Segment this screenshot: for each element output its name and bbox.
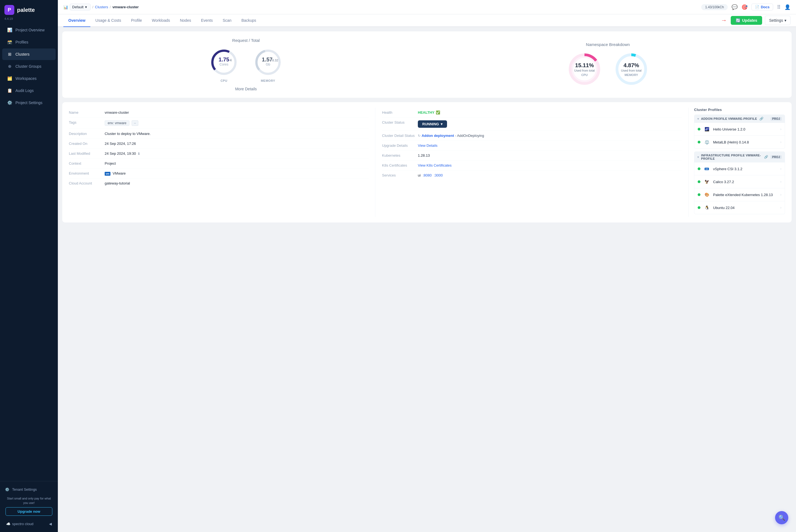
tenant-settings-item[interactable]: ⚙️ Tenant Settings: [2, 484, 56, 494]
tab-events[interactable]: Events: [196, 14, 218, 27]
chat-bubble[interactable]: 🔍: [775, 511, 788, 524]
sidebar-item-audit-logs[interactable]: 📋 Audit Logs: [2, 85, 56, 96]
collapse-icon[interactable]: ◀: [49, 522, 52, 526]
docs-button[interactable]: 📄 Docs: [751, 4, 773, 11]
clusters-breadcrumb[interactable]: Clusters: [95, 5, 108, 9]
addon-link[interactable]: Addon deployment: [422, 134, 454, 138]
svg-text:CPU: CPU: [581, 73, 587, 77]
chevron-right-icon: ›: [780, 193, 781, 196]
info-icon: ℹ: [138, 152, 140, 156]
memory-label: MEMORY: [261, 79, 275, 82]
health-label: Health: [382, 110, 418, 115]
status-dot: [698, 180, 700, 183]
list-item[interactable]: ⚖️ MetalLB (Helm) 0.14.8 ›: [694, 136, 785, 149]
tab-usage-costs[interactable]: Usage & Costs: [90, 14, 126, 27]
user-icon[interactable]: 👤: [784, 4, 791, 10]
help-icon[interactable]: 🎯: [741, 4, 747, 10]
name-row: Name vmware-cluster: [69, 108, 368, 118]
gauges: 1.75 / 4 Cores CPU 1.57 / 8.32: [209, 47, 283, 82]
tab-backups[interactable]: Backups: [236, 14, 261, 27]
cluster-detail-label: Cluster Detail Status: [382, 134, 418, 138]
port-3000-link[interactable]: :3000: [434, 173, 443, 177]
memory-gauge-svg: 1.57 / 8.32 Gb: [253, 47, 283, 77]
addon-profile-header[interactable]: ▾ ADDON PROFILE VMWARE-PROFILE 🔗 PROJ: [694, 115, 785, 123]
kubernetes-row: Kubernetes 1.28.13: [382, 151, 682, 160]
grid-icon[interactable]: ⠿: [777, 4, 781, 10]
link-icon-infra[interactable]: 🔗: [764, 155, 768, 159]
running-button[interactable]: RUNNING ▾: [418, 120, 447, 128]
status-dot: [698, 128, 700, 131]
refresh-icon: 🔄: [736, 18, 740, 23]
cloud-account-row: Cloud Account gateway-tutorial: [69, 178, 368, 188]
tag-plus[interactable]: –: [132, 120, 138, 126]
health-row: Health HEALTHY ✅: [382, 108, 682, 118]
list-item[interactable]: 🦅 Calico 3.27.2 ›: [694, 175, 785, 188]
tab-workloads[interactable]: Workloads: [147, 14, 175, 27]
sidebar-item-cluster-groups[interactable]: ⊕ Cluster Groups: [2, 61, 56, 72]
default-dropdown[interactable]: Default ▾: [70, 4, 91, 11]
svg-text:15.11%: 15.11%: [575, 62, 594, 68]
logo-text: palette: [17, 7, 35, 13]
modified-text: 24 Sep 2024, 19:30: [105, 151, 136, 156]
topbar: 📊 Default ▾ / Clusters / vmware-cluster …: [58, 0, 796, 14]
port-8080-link[interactable]: :8080: [423, 173, 432, 177]
sidebar-item-label: Clusters: [15, 52, 30, 56]
tab-actions: → 🔄 Updates Settings ▾: [721, 16, 791, 25]
more-details-button[interactable]: More Details: [73, 87, 419, 91]
tab-scan[interactable]: Scan: [218, 14, 236, 27]
tab-nodes[interactable]: Nodes: [175, 14, 196, 27]
metrics-right: Namespace Breakdown 15.11% Used from tot…: [435, 42, 781, 87]
spectro-logo: ☁️ spectro cloud: [6, 522, 33, 526]
clusters-icon: ⊞: [7, 52, 12, 57]
health-value: HEALTHY ✅: [418, 110, 440, 115]
list-item[interactable]: 🐧 Ubuntu 22.04 ›: [694, 201, 785, 214]
chat-icon[interactable]: 💬: [732, 4, 738, 10]
logo-icon: P: [4, 5, 14, 15]
view-k8s-link[interactable]: View K8s Certificates: [418, 163, 452, 167]
created-row: Created On 24 Sep 2024, 17:26: [69, 139, 368, 149]
link-icon[interactable]: 🔗: [759, 117, 763, 120]
sidebar-item-profiles[interactable]: 🗃️ Profiles: [2, 36, 56, 48]
view-details-link[interactable]: View Details: [418, 144, 437, 148]
tags-row: Tags env: vmware –: [69, 118, 368, 129]
k8s-certs-value: View K8s Certificates: [418, 163, 452, 167]
version-badge: 4.4.19: [0, 17, 58, 24]
spectro-label: spectro cloud: [12, 522, 33, 526]
description-label: Description: [69, 132, 105, 136]
running-text: RUNNING: [422, 122, 439, 126]
profile-item-name: MetalLB (Helm) 0.14.8: [713, 140, 778, 144]
settings-button[interactable]: Settings ▾: [765, 16, 791, 25]
list-item[interactable]: vm vSphere CSI 3.1.2 ›: [694, 163, 785, 175]
avatar: vm: [703, 165, 710, 172]
sidebar-item-workspaces[interactable]: 🗂️ Workspaces: [2, 73, 56, 84]
sidebar-item-clusters[interactable]: ⊞ Clusters: [2, 49, 56, 60]
addon-profile-group: ▾ ADDON PROFILE VMWARE-PROFILE 🔗 PROJ 🌌 …: [694, 115, 785, 149]
arrow-indicator: →: [721, 17, 727, 24]
memory-ns-gauge-svg: 4.87% Used from total MEMORY: [613, 51, 649, 87]
ns-gauges: 15.11% Used from total CPU 4.87% Used fr…: [567, 51, 649, 87]
details-right: Cluster Profiles ▾ ADDON PROFILE VMWARE-…: [688, 108, 785, 217]
avatar: 🎨: [703, 191, 710, 198]
tab-overview[interactable]: Overview: [63, 14, 90, 27]
svg-text:4.87%: 4.87%: [624, 62, 639, 68]
k8s-certs-label: K8s Certificates: [382, 163, 418, 167]
sidebar-item-label: Workspaces: [15, 76, 37, 81]
details-card: Name vmware-cluster Tags env: vmware – D…: [62, 102, 792, 223]
sidebar-item-project-settings[interactable]: ⚙️ Project Settings: [2, 97, 56, 109]
addon-text: - AddOnDeploying: [455, 134, 484, 138]
infra-profile-header[interactable]: ▾ INFRASTRUCTURE PROFILE VMWARE-PROFILE …: [694, 151, 785, 163]
upgrade-text: Start small and only pay for what you us…: [5, 496, 52, 505]
svg-text:MEMORY: MEMORY: [624, 73, 638, 77]
project-settings-icon: ⚙️: [7, 100, 12, 105]
addon-profile-label: ADDON PROFILE VMWARE-PROFILE: [701, 117, 757, 120]
cluster-groups-icon: ⊕: [7, 64, 12, 69]
list-item[interactable]: 🌌 Hello Universe 1.2.0 ›: [694, 123, 785, 136]
updates-button[interactable]: 🔄 Updates: [731, 16, 762, 25]
tab-profile[interactable]: Profile: [126, 14, 147, 27]
cluster-status-label: Cluster Status: [382, 120, 418, 125]
settings-label: Settings: [769, 18, 783, 23]
sidebar-item-project-overview[interactable]: 📊 Project Overview: [2, 24, 56, 36]
list-item[interactable]: 🎨 Palette eXtended Kubernetes 1.28.13 ›: [694, 188, 785, 201]
upgrade-button[interactable]: Upgrade now: [5, 507, 52, 516]
gear-icon: ⚙️: [5, 488, 10, 492]
